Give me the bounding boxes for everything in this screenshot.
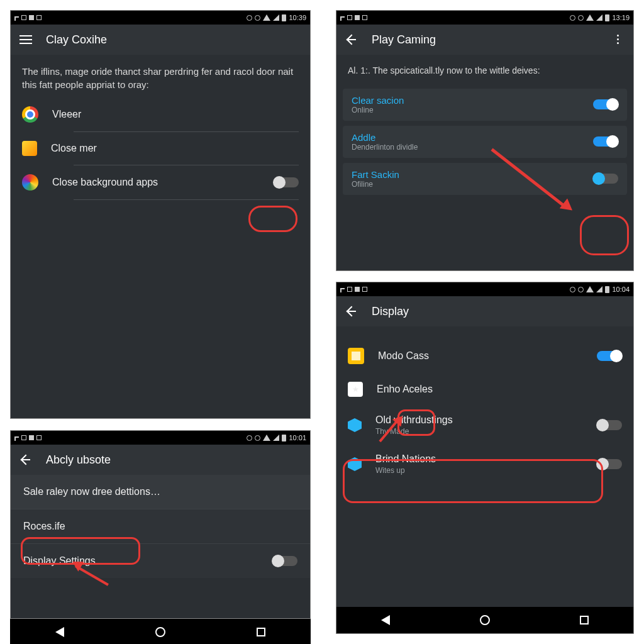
signal-icon xyxy=(273,435,279,441)
list-item-label: Display Settings xyxy=(23,555,96,567)
list-item-display-settings[interactable]: Display Settings xyxy=(11,543,310,578)
screenshot-panel-3: 13:19 Play Caming Al. 1:. The spcicatica… xyxy=(336,10,634,271)
status-icon xyxy=(29,435,34,440)
list-item-subtitle: Thy Made xyxy=(375,427,583,436)
toggle[interactable] xyxy=(593,136,618,147)
sync-icon xyxy=(570,287,575,292)
toggle[interactable] xyxy=(597,351,622,361)
app-icon xyxy=(22,141,37,156)
back-icon[interactable] xyxy=(19,453,32,466)
list-item-subtitle: Online xyxy=(352,106,586,114)
list-item-label: Close mer xyxy=(51,143,299,154)
list-item[interactable]: Clear sacion Online xyxy=(343,89,627,121)
screenshot-panel-2: 10:01 Abcly ubsote Sale raley now dree d… xyxy=(10,430,311,619)
list-item-label: Roces.ife xyxy=(23,521,65,532)
wifi-icon xyxy=(263,14,270,21)
content-area: Al. 1:. The spcicaticall.tly now to the … xyxy=(336,55,633,270)
toggle-fart-sackin[interactable] xyxy=(593,174,618,184)
list-item-title: Fart Sackin xyxy=(352,169,586,180)
signal-icon xyxy=(596,14,602,21)
content-area: Sale raley now dree dettions… Roces.ife … xyxy=(11,475,310,618)
status-icon xyxy=(578,287,584,292)
list-item-old-withrdustings[interactable]: Old withrdustings Thy Made xyxy=(336,406,633,445)
navigation-bar xyxy=(10,619,311,644)
back-icon[interactable] xyxy=(345,33,358,46)
status-bar: 10:01 xyxy=(11,431,310,445)
clock-text: 10:01 xyxy=(289,434,306,441)
chip-icon xyxy=(348,348,364,364)
list-item-subtitle: Ofiline xyxy=(352,180,586,189)
signal-icon xyxy=(273,14,279,21)
status-icon xyxy=(36,435,42,440)
status-icon xyxy=(340,288,345,292)
status-bar: 10:04 xyxy=(336,282,633,296)
battery-icon xyxy=(605,14,609,21)
screenshot-panel-4: 10:04 Display Modo Cass ★ Enho Aceles Ol… xyxy=(336,282,634,634)
chrome-icon xyxy=(22,106,38,123)
list-item[interactable]: Sale raley now dree dettions… xyxy=(11,475,310,509)
list-item-label: Brind Nations xyxy=(375,453,583,465)
clock-text: 10:39 xyxy=(289,14,306,21)
list-item[interactable]: Vleeer xyxy=(11,97,310,131)
list-item-fart-sackin[interactable]: Fart Sackin Ofiline xyxy=(343,163,627,195)
toggle[interactable] xyxy=(593,99,618,109)
nav-home-icon[interactable] xyxy=(480,615,490,625)
status-icon xyxy=(362,15,367,20)
status-icon xyxy=(29,15,34,20)
battery-icon xyxy=(282,435,286,441)
menu-icon[interactable] xyxy=(19,33,32,46)
app-bar: Play Caming xyxy=(336,25,633,55)
toggle[interactable] xyxy=(597,420,622,430)
list-item-label: Sale raley now dree dettions… xyxy=(23,486,160,497)
nav-back-icon[interactable] xyxy=(55,627,64,637)
clock-text: 13:19 xyxy=(612,14,630,21)
list-item[interactable]: Addle Denderlinton dividle xyxy=(343,126,627,158)
wifi-icon xyxy=(586,286,594,292)
list-item-close-background-apps[interactable]: Close background apps xyxy=(11,165,310,199)
status-icon xyxy=(362,287,367,292)
wifi-icon xyxy=(263,435,270,441)
list-item-label: Vleeer xyxy=(52,109,299,120)
more-icon[interactable] xyxy=(612,33,625,46)
status-icon xyxy=(36,15,42,20)
content-area: Modo Cass ★ Enho Aceles Old withrdusting… xyxy=(336,326,633,607)
content-area: The iflins, mage oride thanct shar perdr… xyxy=(11,55,310,418)
list-item-modo-cass[interactable]: Modo Cass xyxy=(336,339,633,373)
hex-icon xyxy=(348,418,362,432)
navigation-bar xyxy=(336,607,633,633)
nav-back-icon[interactable] xyxy=(381,615,390,625)
toggle[interactable] xyxy=(597,459,622,469)
app-title: Play Caming xyxy=(372,33,436,47)
description-text: The iflins, mage oride thanct shar perdr… xyxy=(11,55,310,97)
app-bar: Display xyxy=(336,296,633,326)
back-icon[interactable] xyxy=(345,305,358,318)
toggle-close-background-apps[interactable] xyxy=(274,177,299,187)
status-icon xyxy=(347,15,352,20)
status-icon xyxy=(255,15,260,21)
badge-icon: ★ xyxy=(348,382,363,397)
list-item-enho-aceles[interactable]: ★ Enho Aceles xyxy=(336,373,633,406)
list-item[interactable]: Close mer xyxy=(11,132,310,165)
list-item-label: Enho Aceles xyxy=(377,384,622,395)
nav-recents-icon[interactable] xyxy=(580,616,589,625)
app-icon xyxy=(22,174,38,191)
status-icon xyxy=(355,287,360,292)
status-icon xyxy=(355,15,360,20)
screenshot-panel-1: 10:39 Clay Coxihe The iflins, mage oride… xyxy=(10,10,311,419)
description-text: Al. 1:. The spcicaticall.tly now to the … xyxy=(336,55,633,84)
clock-text: 10:04 xyxy=(612,286,630,293)
toggle-display-settings[interactable] xyxy=(272,556,297,566)
wifi-icon xyxy=(586,14,594,21)
list-item-brind-nations[interactable]: Brind Nations Wites up xyxy=(336,445,633,484)
status-bar: 10:39 xyxy=(11,11,310,25)
nav-home-icon[interactable] xyxy=(155,627,165,637)
app-title: Display xyxy=(372,305,409,318)
signal-icon xyxy=(596,286,602,292)
status-icon xyxy=(14,436,19,441)
battery-icon xyxy=(282,14,286,21)
list-item-roces[interactable]: Roces.ife xyxy=(11,509,310,543)
status-icon xyxy=(340,16,345,21)
status-icon xyxy=(21,15,26,20)
list-item-label: Old withrdustings xyxy=(375,414,583,426)
nav-recents-icon[interactable] xyxy=(257,628,265,636)
